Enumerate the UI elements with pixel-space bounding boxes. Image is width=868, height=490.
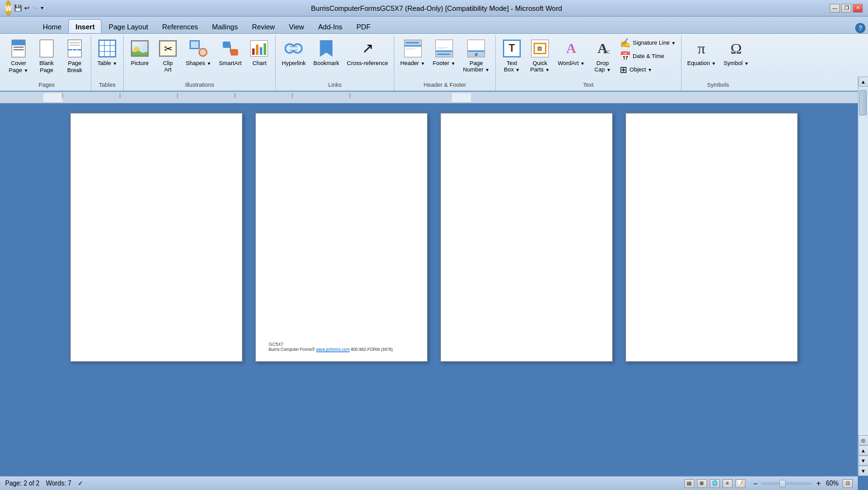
svg-rect-2 [290,47,297,50]
tab-pdf[interactable]: PDF [349,19,377,33]
table-icon [97,38,117,59]
footer-button[interactable]: Footer ▼ [430,36,458,68]
cover-page-button[interactable]: CoverPage ▼ [5,36,32,76]
footer-line2: Burris Computer Forms® www.pcforms.com 8… [269,347,393,352]
tab-bar: Home Insert Page Layout References Maili… [0,17,868,33]
equation-button[interactable]: π Equation ▼ [684,36,719,68]
illustrations-group-label: Illustrations [185,80,214,89]
table-button[interactable]: Table ▼ [94,36,121,68]
page-break-icon [64,38,85,59]
scroll-track[interactable] [858,87,868,435]
view-draft-button[interactable]: 📝 [735,479,745,488]
tab-pagelayout[interactable]: Page Layout [101,19,155,33]
wordart-button[interactable]: A WordArt ▼ [555,36,588,68]
view-fullscreen-button[interactable]: ⊞ [697,479,707,488]
smartart-button[interactable]: SmartArt [216,36,245,68]
tab-mailings[interactable]: Mailings [205,19,244,33]
blank-page-icon [36,38,57,59]
restore-button[interactable]: ❐ [841,4,851,13]
object-icon: ⊞ [620,64,627,75]
tab-references[interactable]: References [155,19,205,33]
spell-check-icon[interactable]: ✓ [78,480,83,487]
shapes-button[interactable]: Shapes ▼ [183,36,214,68]
page-1 [70,113,243,362]
page-3 [440,113,613,362]
help-icon[interactable]: ? [855,23,865,33]
symbol-icon: Ω [726,38,746,59]
scroll-next-page-button[interactable]: ▼ [858,456,869,466]
illustrations-buttons: Picture ✂ ClipArt [126,36,273,80]
status-left: Page: 2 of 2 Words: 7 ✓ [5,480,83,487]
window-controls: — ❐ ✕ [830,4,863,13]
tab-insert[interactable]: Insert [68,19,101,33]
quick-parts-button[interactable]: ⊡ QuickParts ▼ [527,36,553,75]
tables-group-label: Tables [99,80,116,89]
clip-art-button[interactable]: ✂ ClipArt [154,36,181,75]
header-button[interactable]: Header ▼ [397,36,428,68]
signature-line-button[interactable]: ✍ Signature Line ▼ [617,36,678,49]
zoom-slider-thumb[interactable] [779,480,786,487]
page-number-button[interactable]: # PageNumber ▼ [460,36,492,75]
qat-undo[interactable]: ↩ [24,3,29,14]
cross-reference-icon: ↗ [357,38,378,59]
object-label: Object ▼ [629,66,652,73]
tab-home[interactable]: Home [36,19,68,33]
cross-reference-button[interactable]: ↗ Cross-reference [344,36,392,68]
close-button[interactable]: ✕ [853,4,863,13]
zoom-in-button[interactable]: + [816,479,821,488]
clip-art-label: ClipArt [163,60,173,73]
svg-rect-7 [452,93,471,102]
zoom-level[interactable]: 60% [826,480,839,487]
group-header-footer: Header ▼ Foot [394,35,496,91]
cover-page-label: CoverPage ▼ [9,60,28,74]
text-buttons: T TextBox ▼ ⊡ QuickParts ▼ A [498,36,678,80]
view-outline-button[interactable]: ≡ [722,479,733,488]
page-2-footer: GC5X7 Burris Computer Forms® www.pcforms… [269,342,393,352]
symbols-group-label: Symbols [707,80,730,89]
office-button[interactable]: W [5,1,11,16]
scroll-down-button[interactable]: ▼ [858,466,869,476]
qat-redo[interactable]: ↪ [32,3,37,14]
zoom-out-button[interactable]: − [753,479,758,488]
zoom-slider-track[interactable] [761,482,812,485]
header-icon [403,38,423,59]
footer-link[interactable]: www.pcforms.com [316,347,350,352]
vertical-scrollbar[interactable]: ▲ ◎ ▲ ▼ ▼ [858,77,868,476]
tab-review[interactable]: Review [245,19,282,33]
blank-page-button[interactable]: BlankPage [33,36,60,76]
group-symbols: π Equation ▼ Ω Symbol ▼ Symbols [682,35,754,91]
qat-save[interactable]: 💾 [14,3,22,14]
clip-art-icon: ✂ [158,38,178,59]
group-pages: CoverPage ▼ BlankPage [3,35,91,91]
tab-addins[interactable]: Add-Ins [311,19,349,33]
svg-rect-5 [5,93,860,102]
group-text: T TextBox ▼ ⊡ QuickParts ▼ A [496,35,682,91]
page-break-button[interactable]: PageBreak [61,36,88,76]
bookmark-button[interactable]: Bookmark [310,36,343,68]
view-normal-button[interactable]: ▤ [684,479,694,488]
chart-button[interactable]: Chart [246,36,273,68]
scroll-up-button[interactable]: ▲ [858,77,869,87]
links-buttons: Hyperlink Bookmark ↗ Cross-reference [278,36,391,80]
signature-line-icon: ✍ [620,38,631,48]
date-time-button[interactable]: 📅 Date & Time [617,50,678,63]
scroll-prev-page-button[interactable]: ▲ [858,445,869,456]
object-button[interactable]: ⊞ Object ▼ [617,63,678,76]
zoom-fit-button[interactable]: ⊡ [842,479,853,488]
symbol-button[interactable]: Ω Symbol ▼ [721,36,752,68]
hyperlink-button[interactable]: Hyperlink [278,36,309,68]
scroll-select-button[interactable]: ◎ [858,435,869,445]
drop-cap-button[interactable]: A bc DropCap ▼ [589,36,616,75]
scroll-thumb[interactable] [859,90,867,115]
quick-parts-icon: ⊡ [530,38,550,59]
picture-button[interactable]: Picture [126,36,153,68]
group-links: Hyperlink Bookmark ↗ Cross-reference Lin… [276,35,394,91]
drop-cap-icon: A bc [592,38,613,59]
view-web-button[interactable]: 🌐 [710,479,720,488]
minimize-button[interactable]: — [830,4,840,13]
text-box-button[interactable]: T TextBox ▼ [498,36,525,75]
footer-line1: GC5X7 [269,342,393,346]
page-4-content [626,114,797,361]
tab-view[interactable]: View [282,19,311,33]
drop-cap-label: DropCap ▼ [594,60,611,73]
